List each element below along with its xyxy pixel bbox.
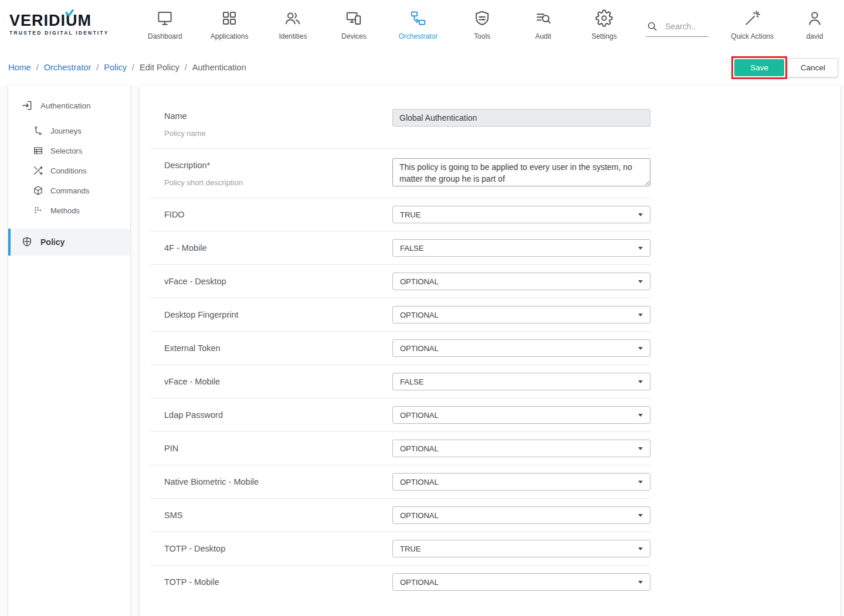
- field-label-desktop-fingerprint: Desktop Fingerprint: [164, 310, 392, 319]
- person-icon: [806, 9, 823, 27]
- dropdown-native-biometric-mobile[interactable]: OPTIONAL: [392, 473, 650, 491]
- field-label-totp-mobile: TOTP - Mobile: [164, 577, 392, 587]
- sidebar-item-policy[interactable]: Policy: [8, 229, 130, 256]
- field-label-totp-desktop: TOTP - Desktop: [164, 544, 392, 553]
- cube-icon: [33, 185, 43, 196]
- policy-name-input[interactable]: [392, 109, 650, 127]
- save-annotation-highlight: Save: [731, 56, 787, 79]
- dropdown-vface-mobile[interactable]: FALSE: [392, 373, 650, 390]
- nav-item-devices[interactable]: Devices: [337, 9, 370, 40]
- form-row-name: Name Policy name: [150, 96, 650, 148]
- chevron-down-icon: [638, 447, 643, 450]
- chevron-down-icon: [638, 581, 643, 584]
- main-nav: DashboardApplicationsIdentitiesDevicesOr…: [148, 9, 621, 40]
- top-navigation-bar: VERIDIUM TRUSTED DIGITAL IDENTITY Dashbo…: [0, 0, 844, 49]
- nav-item-identities[interactable]: Identities: [276, 9, 309, 40]
- page-actions: Save Cancel: [731, 56, 838, 79]
- dropdown-desktop-fingerprint[interactable]: OPTIONAL: [392, 306, 650, 324]
- breadcrumb-item-policy[interactable]: Policy: [104, 63, 127, 72]
- username: david: [806, 32, 823, 40]
- chevron-down-icon: [638, 380, 643, 383]
- sidebar-item-methods[interactable]: Methods: [8, 200, 130, 220]
- sidebar-item-journeys[interactable]: Journeys: [8, 121, 130, 141]
- chevron-down-icon: [638, 314, 643, 316]
- dropdown-totp-desktop[interactable]: TRUE: [392, 540, 650, 557]
- save-button[interactable]: Save: [734, 59, 784, 76]
- grid-icon: [221, 9, 238, 27]
- sidebar: Authentication JourneysSelectorsConditio…: [8, 86, 130, 616]
- sidebar-item-commands[interactable]: Commands: [8, 181, 130, 200]
- breadcrumb-item-orchestrator[interactable]: Orchestrator: [44, 63, 91, 72]
- field-label-native-biometric-mobile: Native Biometric - Mobile: [164, 477, 392, 486]
- nav-item-dashboard[interactable]: Dashboard: [148, 9, 182, 40]
- nav-item-settings[interactable]: Settings: [588, 9, 621, 40]
- breadcrumb: Home/Orchestrator/Policy/Edit Policy/Aut…: [8, 63, 246, 72]
- policy-edit-form-card: Name Policy name Description* Policy sho…: [140, 86, 840, 616]
- audit-icon: [534, 9, 552, 27]
- field-label-vface-desktop: vFace - Desktop: [164, 277, 392, 286]
- dropdown-rows: FIDOTRUE4F - MobileFALSEvFace - DesktopO…: [150, 198, 650, 598]
- breadcrumb-item-authentication: Authentication: [192, 63, 246, 72]
- form-row-fido: FIDOTRUE: [150, 198, 650, 231]
- chevron-down-icon: [638, 514, 643, 517]
- chevron-down-icon: [638, 280, 643, 283]
- nav-item-audit[interactable]: Audit: [527, 9, 560, 40]
- devices-icon: [345, 9, 362, 27]
- dots-icon: [33, 205, 43, 216]
- description-label: Description*: [164, 161, 392, 170]
- login-icon: [21, 100, 33, 111]
- policy-form: Name Policy name Description* Policy sho…: [150, 96, 650, 598]
- shield-sliders-icon: [473, 9, 491, 27]
- chevron-down-icon: [638, 414, 643, 417]
- monitor-icon: [156, 9, 174, 27]
- route-icon: [33, 125, 43, 136]
- dropdown-ldap-password[interactable]: OPTIONAL: [392, 406, 650, 424]
- veridium-logo[interactable]: VERIDIUM TRUSTED DIGITAL IDENTITY: [9, 13, 134, 37]
- table-icon: [33, 145, 43, 156]
- chevron-down-icon: [638, 213, 643, 216]
- dropdown-sms[interactable]: OPTIONAL: [392, 506, 650, 524]
- description-hint: Policy short description: [164, 178, 392, 187]
- cancel-button[interactable]: Cancel: [788, 58, 838, 77]
- chevron-down-icon: [638, 547, 643, 550]
- name-label: Name: [164, 111, 392, 121]
- logo-check-icon: [65, 9, 74, 17]
- field-label-fido: FIDO: [164, 210, 392, 219]
- form-row-native-biometric-mobile: Native Biometric - MobileOPTIONAL: [150, 465, 650, 498]
- breadcrumb-separator: /: [96, 63, 99, 72]
- header-right: Quick Actions david: [731, 9, 831, 40]
- user-menu[interactable]: david: [798, 9, 831, 40]
- quick-actions-button[interactable]: Quick Actions: [731, 9, 774, 40]
- dropdown-vface-desktop[interactable]: OPTIONAL: [392, 273, 650, 290]
- shield-icon: [21, 236, 33, 248]
- nav-item-tools[interactable]: Tools: [466, 9, 499, 40]
- dropdown-pin[interactable]: OPTIONAL: [392, 440, 650, 457]
- dropdown-totp-mobile[interactable]: OPTIONAL: [392, 573, 650, 591]
- content-area: Authentication JourneysSelectorsConditio…: [0, 86, 844, 616]
- dropdown-external-token[interactable]: OPTIONAL: [392, 339, 650, 357]
- chevron-down-icon: [638, 481, 643, 484]
- form-row-4f-mobile: 4F - MobileFALSE: [150, 231, 650, 264]
- search-box: [646, 21, 709, 37]
- breadcrumb-separator: /: [185, 63, 187, 72]
- nav-item-orchestrator[interactable]: Orchestrator: [398, 9, 438, 40]
- sidebar-list: JourneysSelectorsConditionsCommandsMetho…: [8, 121, 130, 220]
- dropdown-fido[interactable]: TRUE: [392, 206, 650, 223]
- gear-icon: [595, 9, 613, 27]
- form-row-desktop-fingerprint: Desktop FingerprintOPTIONAL: [150, 298, 650, 331]
- breadcrumb-bar: Home/Orchestrator/Policy/Edit Policy/Aut…: [0, 49, 844, 86]
- breadcrumb-item-home[interactable]: Home: [8, 63, 31, 72]
- breadcrumb-item-edit-policy: Edit Policy: [140, 63, 179, 72]
- nav-item-applications[interactable]: Applications: [211, 9, 249, 40]
- search-input[interactable]: [664, 21, 709, 32]
- search-icon: [646, 21, 658, 32]
- brand-name: VERIDIUM: [9, 13, 109, 29]
- dropdown-4f-mobile[interactable]: FALSE: [392, 239, 650, 257]
- field-label-ldap-password: Ldap Password: [164, 410, 392, 420]
- policy-description-textarea[interactable]: This policy is going to be applied to ev…: [392, 158, 650, 186]
- sidebar-item-authentication[interactable]: Authentication: [8, 86, 130, 121]
- sidebar-item-selectors[interactable]: Selectors: [8, 141, 130, 161]
- sidebar-item-conditions[interactable]: Conditions: [8, 161, 130, 181]
- orchestrator-icon: [409, 9, 427, 27]
- field-label-external-token: External Token: [164, 343, 392, 353]
